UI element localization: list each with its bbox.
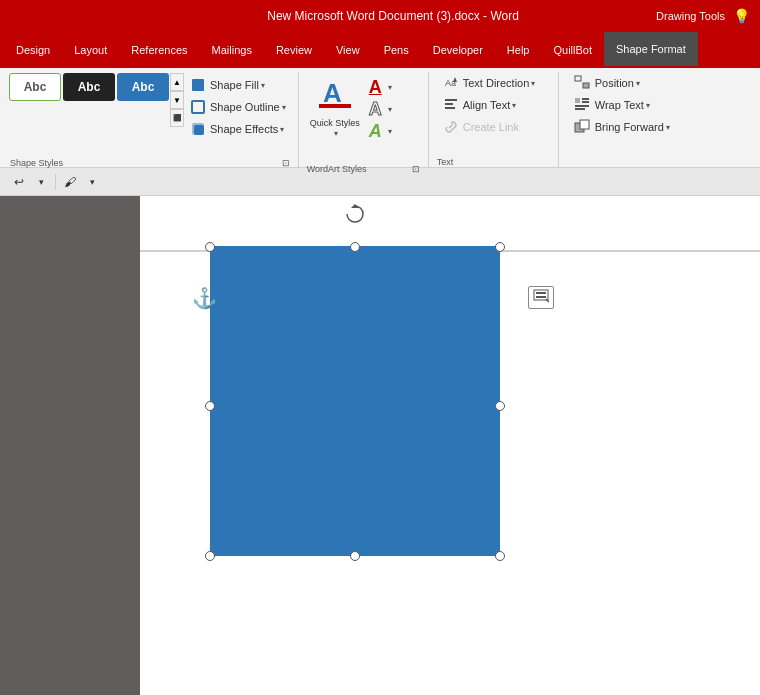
shape-outline-label: Shape Outline [210, 101, 280, 113]
document-title: New Microsoft Word Document (3).docx - W… [130, 9, 656, 23]
handle-top-left[interactable] [205, 242, 215, 252]
bring-forward-btn[interactable]: Bring Forward ▾ [565, 116, 678, 138]
position-icon [573, 75, 591, 91]
bring-forward-icon [573, 119, 591, 135]
text-group: Aa Text Direction ▾ Align Text ▾ [429, 72, 559, 167]
svg-rect-8 [445, 103, 453, 105]
shape-outline-btn[interactable]: Shape Outline ▾ [184, 96, 292, 118]
svg-rect-7 [445, 99, 457, 101]
wordart-expand[interactable]: ⊡ [412, 164, 420, 174]
shape-rectangle[interactable] [210, 246, 500, 556]
shape-outline-arrow: ▾ [282, 103, 286, 112]
text-outline-btn[interactable]: A ▾ [365, 98, 396, 120]
style-btn-blue[interactable]: Abc [117, 73, 169, 101]
toolbar-sep-1 [55, 174, 56, 190]
text-direction-icon: Aa [443, 75, 459, 92]
shape-fill-label: Shape Fill [210, 79, 259, 91]
paint-btn[interactable]: 🖌 [59, 171, 81, 193]
tab-layout[interactable]: Layout [62, 32, 119, 68]
undo-icon: ↩ [14, 175, 24, 189]
text-outline-icon: A [369, 99, 382, 120]
handle-bottom-right[interactable] [495, 551, 505, 561]
text-effects-btn[interactable]: A ▾ [365, 120, 396, 142]
bulb-icon[interactable]: 💡 [733, 8, 750, 24]
text-color-icon: A [369, 77, 382, 98]
text-label: Text [437, 157, 454, 167]
handle-top-right[interactable] [495, 242, 505, 252]
handle-top-center[interactable] [350, 242, 360, 252]
svg-rect-19 [534, 290, 548, 300]
handle-middle-right[interactable] [495, 401, 505, 411]
svg-rect-13 [582, 98, 589, 100]
create-link-icon [443, 119, 459, 136]
scroll-down-btn[interactable]: ▼ [170, 91, 184, 109]
text-color-arrow: ▾ [388, 83, 392, 92]
svg-rect-21 [536, 296, 546, 298]
wrap-text-icon [573, 97, 591, 113]
svg-rect-18 [580, 120, 589, 129]
quick-styles-btn[interactable]: A Quick Styles ▾ [305, 72, 365, 144]
svg-rect-10 [575, 76, 581, 81]
handle-middle-left[interactable] [205, 401, 215, 411]
text-direction-btn[interactable]: Aa Text Direction ▾ [435, 72, 544, 94]
tab-developer[interactable]: Developer [421, 32, 495, 68]
tab-pens[interactable]: Pens [372, 32, 421, 68]
quick-styles-arrow: ▾ [334, 129, 338, 138]
shape-fill-btn[interactable]: Shape Fill ▾ [184, 74, 292, 96]
text-buttons: Aa Text Direction ▾ Align Text ▾ [435, 72, 544, 138]
text-label-row: Text [435, 157, 552, 167]
shape-styles-label-row: Shape Styles ⊡ [8, 158, 292, 168]
undo-dropdown-btn[interactable]: ▾ [30, 171, 52, 193]
tab-view[interactable]: View [324, 32, 372, 68]
anchor-icon: ⚓ [192, 286, 217, 310]
rotate-handle[interactable] [345, 204, 365, 229]
tab-quillbot[interactable]: QuillBot [541, 32, 604, 68]
style-btn-light[interactable]: Abc [9, 73, 61, 101]
shape-styles-expand[interactable]: ⊡ [282, 158, 290, 168]
wrap-text-btn[interactable]: Wrap Text ▾ [565, 94, 678, 116]
layout-options-icon[interactable] [528, 286, 554, 309]
position-btn[interactable]: Position ▾ [565, 72, 678, 94]
shape-effects-btn[interactable]: Shape Effects ▾ [184, 118, 292, 140]
shape-styles-label: Shape Styles [10, 158, 63, 168]
svg-text:A: A [323, 78, 342, 108]
style-btn-blue-label: Abc [132, 80, 155, 94]
create-link-label: Create Link [463, 121, 519, 133]
align-text-btn[interactable]: Align Text ▾ [435, 94, 544, 116]
tab-help[interactable]: Help [495, 32, 542, 68]
tab-design[interactable]: Design [4, 32, 62, 68]
quick-styles-label: Quick Styles [310, 118, 360, 129]
scroll-up-btn[interactable]: ▲ [170, 73, 184, 91]
selected-shape[interactable] [210, 236, 500, 556]
style-row: Abc Abc Abc ▲ ▼ ⬛ [8, 72, 184, 128]
svg-rect-16 [575, 108, 585, 110]
align-text-arrow: ▾ [512, 101, 516, 110]
arrange-group: Position ▾ Wrap Text ▾ Bring Forward ▾ [559, 72, 689, 167]
handle-bottom-left[interactable] [205, 551, 215, 561]
shape-effects-icon [190, 122, 206, 136]
tab-references[interactable]: References [119, 32, 199, 68]
document-area: ⚓ wsxdn.com [0, 196, 760, 695]
text-group-content: Aa Text Direction ▾ Align Text ▾ [435, 72, 552, 157]
paint-icon: 🖌 [64, 175, 76, 189]
wordart-content: A Quick Styles ▾ A ▾ A ▾ A [305, 72, 422, 164]
position-arrow: ▾ [636, 79, 640, 88]
drawing-tools-label: Drawing Tools [656, 10, 725, 22]
text-color-btn[interactable]: A ▾ [365, 76, 396, 98]
svg-rect-5 [319, 104, 351, 108]
paint-dropdown-btn[interactable]: ▾ [81, 171, 103, 193]
scroll-more-btn[interactable]: ⬛ [170, 109, 184, 127]
undo-btn[interactable]: ↩ [8, 171, 30, 193]
position-label: Position [595, 77, 634, 89]
tab-shape-format[interactable]: Shape Format [604, 32, 698, 68]
svg-rect-12 [575, 98, 580, 103]
style-btn-light-label: Abc [24, 80, 47, 94]
tab-mailings[interactable]: Mailings [200, 32, 264, 68]
tab-review[interactable]: Review [264, 32, 324, 68]
handle-bottom-center[interactable] [350, 551, 360, 561]
align-text-icon [443, 97, 459, 114]
svg-rect-20 [536, 292, 546, 294]
shape-styles-content: Abc Abc Abc ▲ ▼ ⬛ [8, 72, 292, 158]
style-btn-dark[interactable]: Abc [63, 73, 115, 101]
wrap-text-label: Wrap Text [595, 99, 644, 111]
